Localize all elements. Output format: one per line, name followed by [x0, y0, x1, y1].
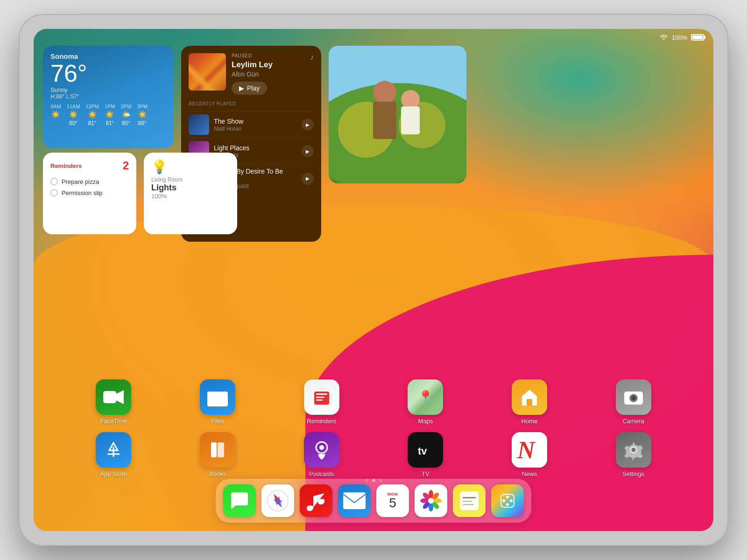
- svg-point-57: [510, 499, 513, 502]
- dock: MON 5: [216, 479, 531, 523]
- dock-app-photos[interactable]: [415, 484, 447, 517]
- home-widget[interactable]: 💡 Living Room Lights 100%: [144, 153, 237, 234]
- home-label: Home: [521, 418, 538, 425]
- calendar-day: 5: [389, 497, 396, 510]
- facetime-icon: [96, 379, 131, 415]
- music-recent-play-1[interactable]: ▶: [302, 119, 314, 131]
- files-label: Files: [211, 418, 224, 425]
- svg-point-55: [502, 499, 505, 502]
- photos-widget-image: [329, 46, 466, 183]
- svg-rect-15: [316, 399, 323, 401]
- app-maps[interactable]: 📍 Maps: [402, 379, 449, 425]
- play-label: Play: [247, 84, 260, 92]
- music-play-button[interactable]: ▶ Play: [232, 82, 267, 95]
- dock-app-notes[interactable]: [453, 484, 486, 517]
- reminders-widget[interactable]: Reminders 2 Prepare pizza Permission sli…: [43, 153, 136, 234]
- photos-widget[interactable]: [329, 46, 466, 183]
- weather-widget[interactable]: Sonoma 76° Sunny H:88° L:57° 9AM ☀️ 11AM…: [43, 46, 174, 148]
- reminders-count: 2: [123, 159, 129, 172]
- svg-rect-22: [629, 392, 632, 393]
- forecast-temp: 81°: [106, 120, 114, 126]
- status-bar: 100%: [34, 29, 713, 46]
- app-home[interactable]: Home: [506, 379, 553, 425]
- app-news[interactable]: N News: [506, 432, 553, 477]
- forecast-temp: 88°: [138, 120, 147, 126]
- ipad-screen: 100% Sonoma 76° Sunny H:88° L:57° 9AM ☀️: [34, 29, 713, 531]
- forecast-icon: ☀️: [138, 110, 147, 119]
- forecast-item: 2PM 🌤️ 85°: [121, 104, 132, 126]
- settings-icon: [616, 432, 651, 468]
- dock-app-calendar[interactable]: MON 5: [376, 484, 409, 517]
- battery-percentage: 100%: [672, 34, 687, 41]
- music-recent-title: The Show: [214, 118, 297, 125]
- music-title: Leylim Ley: [232, 60, 314, 70]
- dock-app-arcade[interactable]: [491, 484, 524, 517]
- forecast-icon: ☀️: [88, 110, 97, 119]
- reminder-item-1: Prepare pizza: [50, 176, 129, 187]
- svg-point-56: [506, 496, 509, 498]
- home-widget-room: Living Room: [151, 176, 230, 183]
- app-appstore[interactable]: App Store: [90, 432, 137, 477]
- music-info: ♪ PAUSED Leylim Ley Altın Gün ▶ Play: [232, 53, 314, 95]
- svg-point-58: [506, 503, 509, 506]
- app-reminders[interactable]: Reminders: [298, 379, 345, 425]
- music-recent-title: Light Places: [214, 144, 297, 152]
- podcasts-icon: [304, 432, 339, 468]
- forecast-item: 3PM ☀️ 88°: [137, 104, 148, 126]
- svg-rect-40: [343, 492, 366, 509]
- widgets-second-row: Reminders 2 Prepare pizza Permission sli…: [43, 153, 237, 234]
- dock-app-messages[interactable]: [223, 484, 256, 517]
- forecast-item: 1PM ☀️ 81°: [105, 104, 115, 126]
- app-facetime[interactable]: FaceTime: [90, 379, 137, 425]
- app-camera[interactable]: Camera: [610, 379, 657, 425]
- home-icon: [512, 379, 547, 415]
- music-recent-play-2[interactable]: ▶: [302, 145, 314, 157]
- music-recent-artist: Niall Horan: [214, 126, 297, 132]
- books-label: Books: [209, 470, 226, 477]
- app-tv[interactable]: tv TV: [402, 432, 449, 477]
- svg-point-6: [401, 90, 420, 109]
- svg-rect-25: [211, 442, 217, 457]
- reminders-widget-title: Reminders: [50, 162, 82, 169]
- music-recent-info: The Show Niall Horan: [214, 118, 297, 132]
- music-album-art: [189, 53, 226, 91]
- app-files[interactable]: Files: [194, 379, 241, 425]
- svg-rect-7: [401, 106, 420, 134]
- dock-app-mail[interactable]: [338, 484, 371, 517]
- weather-temperature: 76°: [50, 61, 166, 85]
- forecast-item: 11AM ☀️ 80°: [67, 104, 80, 126]
- svg-rect-53: [463, 501, 472, 502]
- forecast-icon: 🌤️: [121, 110, 131, 119]
- reminders-label: Reminders: [307, 418, 336, 425]
- forecast-time: 2PM: [121, 104, 132, 109]
- music-note-icon: ♪: [310, 53, 314, 62]
- app-books[interactable]: Books: [194, 432, 241, 477]
- svg-rect-14: [316, 397, 324, 398]
- dock-app-music[interactable]: [300, 484, 332, 517]
- app-settings[interactable]: Settings: [610, 432, 657, 477]
- forecast-temp: 85°: [122, 120, 130, 126]
- camera-icon: [616, 379, 651, 415]
- apps-row-2: App Store Books: [62, 432, 685, 477]
- appstore-label: App Store: [100, 470, 127, 477]
- play-triangle-icon: ▶: [239, 84, 244, 92]
- reminder-text-1: Prepare pizza: [62, 178, 99, 185]
- files-icon: [200, 379, 235, 415]
- music-recent-item-1[interactable]: The Show Niall Horan ▶: [189, 111, 314, 138]
- svg-marker-9: [116, 390, 124, 404]
- news-label: News: [522, 470, 537, 477]
- app-podcasts[interactable]: Podcasts: [298, 432, 345, 477]
- music-recent-play-3[interactable]: ▶: [302, 173, 314, 185]
- svg-rect-52: [463, 497, 476, 498]
- forecast-time: 3PM: [137, 104, 148, 109]
- maps-icon-inner: 📍: [408, 379, 443, 415]
- svg-point-33: [631, 448, 636, 452]
- reminder-circle-2: [50, 189, 58, 196]
- weather-forecast: 9AM ☀️ 11AM ☀️ 80° 12PM ☀️ 81°: [50, 104, 166, 126]
- dock-app-safari[interactable]: [261, 484, 294, 517]
- svg-point-28: [319, 445, 324, 450]
- forecast-temp: 80°: [69, 120, 78, 126]
- appstore-icon: [96, 432, 131, 468]
- svg-text:tv: tv: [418, 445, 427, 457]
- music-recent-art: [189, 114, 209, 135]
